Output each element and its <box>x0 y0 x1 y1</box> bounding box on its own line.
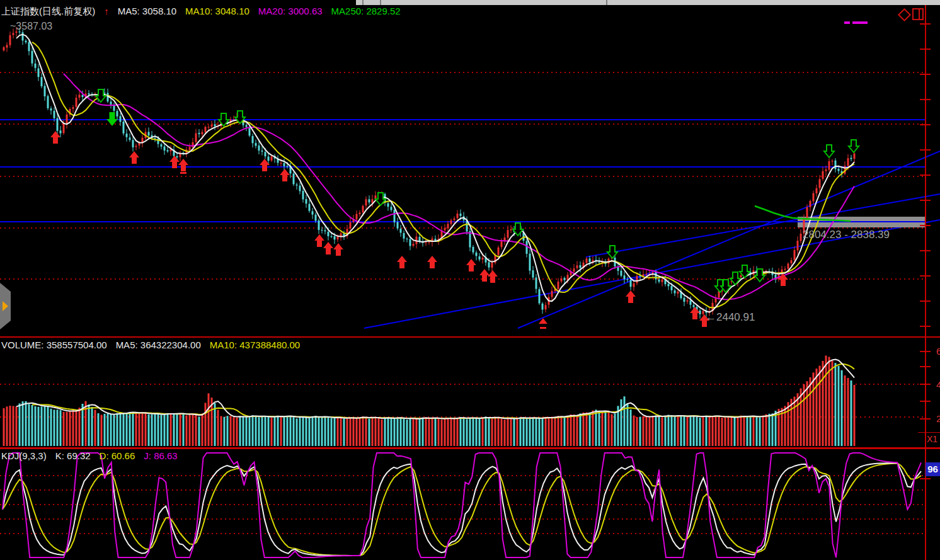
kdj-d-value: D: 60.66 <box>100 450 135 461</box>
volume-scale-label[interactable]: X1 <box>927 434 937 444</box>
kdj-header: KDJ(9,3,3) K: 69.32 D: 60.66 J: 86.63 <box>1 450 178 461</box>
volume-ma5-value: MA5: 364322304.00 <box>116 340 201 350</box>
kdj-panel[interactable] <box>0 449 940 560</box>
toolbar-edge <box>356 0 940 5</box>
expand-arrow-icon <box>3 301 8 311</box>
trend-up-icon: ↑ <box>104 6 109 18</box>
period-low-label: ←2440.91 <box>706 311 755 324</box>
volume-panel[interactable]: 642 <box>0 338 940 447</box>
window-icon[interactable] <box>912 8 924 20</box>
symbol-title[interactable]: 上证指数(日线.前复权) <box>1 6 95 18</box>
right-axis-line <box>925 5 926 560</box>
volume-ma10-value: MA10: 437388480.00 <box>210 340 300 350</box>
toolbar-separator <box>606 0 607 5</box>
volume-scale-box <box>918 432 940 433</box>
kdj-j-value: J: 86.63 <box>144 450 177 461</box>
kdj-axis-value-badge: 96 <box>926 462 940 476</box>
ma20-line-fragment <box>844 21 850 24</box>
ma250-value: MA250: 2829.52 <box>331 6 401 18</box>
trading-terminal: 642 上证指数(日线.前复权) ↑ MA5: 3058.10 MA10: 30… <box>0 0 940 560</box>
kdj-k-value: K: 69.32 <box>55 450 91 461</box>
panel-separator[interactable] <box>0 447 940 449</box>
svg-text:4: 4 <box>936 379 940 390</box>
ma20-line-fragment <box>852 21 868 24</box>
toolbar-separator <box>362 0 364 5</box>
volume-header: VOLUME: 358557504.00 MA5: 364322304.00 M… <box>1 340 300 350</box>
window-icon-divider <box>919 9 920 19</box>
ma5-value: MA5: 3058.10 <box>118 6 176 18</box>
toolbar-separator <box>380 0 381 5</box>
svg-text:2: 2 <box>936 413 940 424</box>
period-high-label: ~3587.03 <box>10 21 52 32</box>
volume-value: VOLUME: 358557504.00 <box>1 340 107 350</box>
gap-range-label: 2804.23 - 2838.39 <box>803 229 890 241</box>
kdj-name[interactable]: KDJ(9,3,3) <box>1 450 47 461</box>
panel-separator[interactable] <box>0 336 940 338</box>
ma10-value: MA10: 3048.10 <box>185 6 249 18</box>
ma20-value: MA20: 3000.63 <box>258 6 323 18</box>
svg-text:6: 6 <box>936 346 940 357</box>
main-chart-panel[interactable] <box>0 0 940 338</box>
main-chart-header: 上证指数(日线.前复权) ↑ MA5: 3058.10 MA10: 3048.1… <box>1 6 401 18</box>
